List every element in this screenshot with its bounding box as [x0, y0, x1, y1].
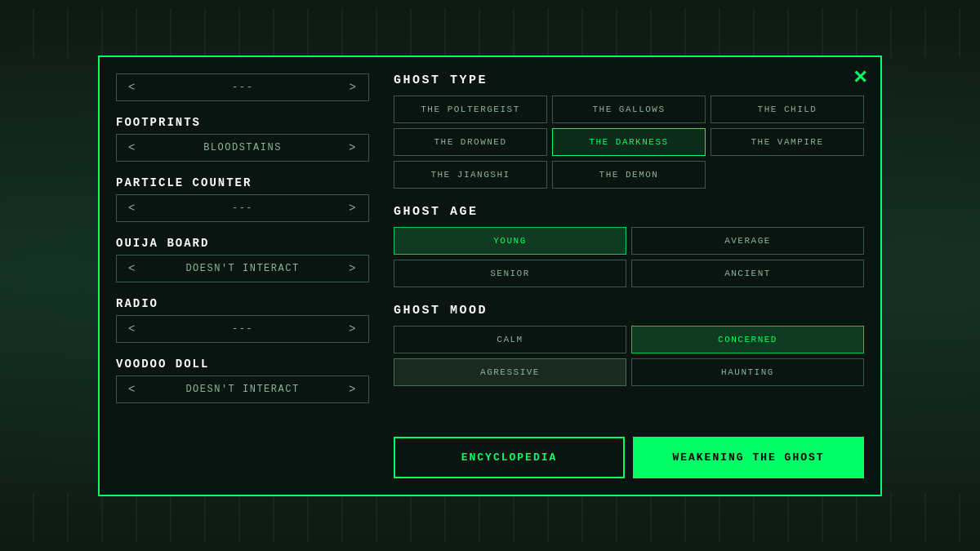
radio-label: RADIO: [116, 297, 369, 310]
mood-concerned[interactable]: CONCERNED: [631, 326, 864, 353]
radio-section: RADIO < --- >: [116, 297, 369, 343]
ouija-board-value: DOESN'T INTERACT: [185, 263, 299, 274]
ghost-type-grid: THE POLTERGEIST THE GALLOWS THE CHILD TH…: [394, 96, 864, 189]
footprints-section: FOOTPRINTS < BLOODSTAINS >: [116, 116, 369, 162]
voodoo-doll-next[interactable]: >: [349, 383, 357, 396]
footprints-row: < BLOODSTAINS >: [116, 134, 369, 162]
ouija-board-row: < DOESN'T INTERACT >: [116, 255, 369, 282]
weakening-button[interactable]: WEAKENING THE GHOST: [633, 437, 864, 478]
voodoo-doll-label: VOODOO DOLL: [116, 358, 369, 371]
ghost-type-gallows[interactable]: THE GALLOWS: [552, 96, 706, 123]
voodoo-doll-row: < DOESN'T INTERACT >: [116, 375, 369, 403]
radio-prev[interactable]: <: [128, 322, 136, 335]
voodoo-doll-prev[interactable]: <: [128, 383, 136, 396]
encyclopedia-button[interactable]: ENCYCLOPEDIA: [394, 437, 625, 478]
radio-next[interactable]: >: [349, 322, 357, 335]
ghost-type-vampire[interactable]: THE VAMPIRE: [710, 128, 864, 156]
left-panel: < --- > FOOTPRINTS < BLOODSTAINS > PARTI…: [116, 73, 369, 478]
ouija-board-section: OUIJA BOARD < DOESN'T INTERACT >: [116, 237, 369, 282]
footprints-value: BLOODSTAINS: [203, 142, 282, 153]
voodoo-doll-value: DOESN'T INTERACT: [185, 384, 299, 395]
ghost-mood-title: GHOST MOOD: [394, 304, 864, 318]
ghost-age-title: GHOST AGE: [394, 205, 864, 219]
top-nav-row: < --- >: [116, 73, 369, 101]
mood-aggressive[interactable]: AGRESSIVE: [394, 358, 626, 386]
footprints-prev[interactable]: <: [128, 141, 136, 154]
ghost-mood-section: GHOST MOOD CALM CONCERNED AGRESSIVE HAUN…: [394, 304, 864, 386]
particle-counter-label: PARTICLE COUNTER: [116, 176, 369, 189]
nav-value: ---: [232, 81, 253, 93]
action-buttons: ENCYCLOPEDIA WEAKENING THE GHOST: [394, 437, 864, 478]
age-young[interactable]: YOUNG: [394, 227, 626, 255]
age-ancient[interactable]: ANCIENT: [631, 260, 864, 287]
particle-counter-row: < --- >: [116, 194, 369, 222]
particle-counter-next[interactable]: >: [349, 202, 357, 215]
age-senior[interactable]: SENIOR: [394, 260, 626, 287]
ghost-type-child[interactable]: THE CHILD: [710, 96, 864, 123]
voodoo-doll-section: VOODOO DOLL < DOESN'T INTERACT >: [116, 358, 369, 403]
ghost-type-section: GHOST TYPE THE POLTERGEIST THE GALLOWS T…: [394, 73, 864, 189]
ouija-board-label: OUIJA BOARD: [116, 237, 369, 250]
ghost-age-section: GHOST AGE YOUNG AVERAGE SENIOR ANCIENT: [394, 205, 864, 287]
ghost-type-jiangshi[interactable]: THE JIANGSHI: [394, 161, 547, 189]
nav-prev-arrow[interactable]: <: [128, 81, 136, 94]
ouija-board-prev[interactable]: <: [128, 262, 136, 275]
mood-haunting[interactable]: HAUNTING: [631, 358, 864, 386]
particle-counter-prev[interactable]: <: [128, 202, 136, 215]
ghost-type-darkness[interactable]: THE DARKNESS: [552, 128, 706, 156]
mood-calm[interactable]: CALM: [394, 326, 626, 353]
close-button[interactable]: ✕: [853, 69, 867, 87]
ghost-type-poltergeist[interactable]: THE POLTERGEIST: [394, 96, 547, 123]
particle-counter-section: PARTICLE COUNTER < --- >: [116, 176, 369, 222]
ghost-type-demon[interactable]: THE DEMON: [552, 161, 706, 189]
particle-counter-value: ---: [232, 202, 253, 214]
radio-row: < --- >: [116, 315, 369, 343]
main-modal: ✕ < --- > FOOTPRINTS < BLOODSTAINS > PAR…: [98, 56, 882, 496]
ghost-type-title: GHOST TYPE: [394, 73, 864, 87]
ouija-board-next[interactable]: >: [349, 262, 357, 275]
ghost-age-grid: YOUNG AVERAGE SENIOR ANCIENT: [394, 227, 864, 287]
age-average[interactable]: AVERAGE: [631, 227, 864, 255]
footprints-next[interactable]: >: [349, 141, 357, 154]
footprints-label: FOOTPRINTS: [116, 116, 369, 129]
ghost-type-drowned[interactable]: THE DROWNED: [394, 128, 547, 156]
right-panel: GHOST TYPE THE POLTERGEIST THE GALLOWS T…: [394, 73, 864, 478]
nav-next-arrow[interactable]: >: [350, 81, 357, 94]
ghost-mood-grid: CALM CONCERNED AGRESSIVE HAUNTING: [394, 326, 864, 386]
radio-value: ---: [232, 323, 253, 335]
